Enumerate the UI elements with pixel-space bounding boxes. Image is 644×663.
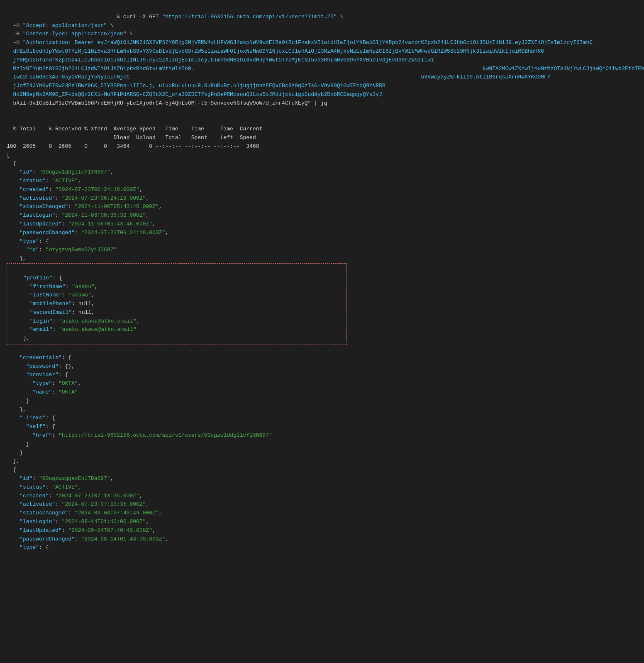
curl-auth2: dHBzOi8vdHJpYWwtOTYzMjE1Ni5va3RhLmNvbS9v… (7, 48, 544, 54)
user2-open-brace: { (7, 467, 16, 473)
credentials-provider-type: "type": "OKTA", (7, 380, 81, 387)
progress-header: % Total % Received % Xferd Average Speed… (7, 126, 262, 141)
profile-section: "profile": { "firstName": "asaku", "last… (10, 265, 343, 343)
credentials-open: "credentials": { (7, 355, 71, 361)
user2-created: "created": "2024-07-23T07:13:35.000Z", (7, 493, 143, 499)
credentials-section: "credentials": { "password": {}, "provid… (7, 345, 637, 552)
curl-line1: % curl -X GET "https://trial-9632156.okt… (7, 14, 343, 20)
user2-status-changed: "statusChanged": "2024-09-04T07:40:49.00… (7, 510, 162, 516)
curl-auth3: jYXRpb25fandrK2pzb24iLCJhbGciOiJSUzI1NiJ… (7, 57, 644, 63)
user1-last-login: "lastLogin": "2024-11-06T06:35:32.000Z", (7, 212, 149, 218)
user1-created: "created": "2024-07-23T06:24:18.000Z", (7, 186, 143, 193)
user1-close: }, (7, 458, 20, 464)
curl-line2: -H "Accept: application/json" \ (7, 22, 113, 29)
profile-mobilephone: "mobilePhone": null, (10, 301, 95, 307)
profile-close: }, (10, 335, 30, 341)
user1-last-updated: "lastUpdated": "2024-11-06T05:43:46.000Z… (7, 221, 156, 227)
credentials-provider-close: } (7, 398, 29, 404)
links-self-href: "href": "https://trial-9632156.okta.com/… (7, 432, 272, 438)
user1-type-id: "id": "otygzvq8wevO2y1J3697" (7, 247, 117, 253)
user1-type-open: "type": { (7, 238, 49, 245)
curl-auth5: Iwb2FsaGd6c3A5TGsyOVRacjY5NyIsInNjcC b3V… (7, 74, 551, 80)
curl-auth1: -H "Authorization: Bearer eyJraWQiOiJNN2… (7, 39, 593, 46)
user2-password-changed: "passwordChanged": "2024-08-14T01:43:00.… (7, 536, 168, 542)
user2-last-updated: "lastUpdated": "2024-09-04T07:40:49.000Z… (7, 527, 156, 533)
curl-line3: -H "Content-Type: application/json" \ (7, 31, 133, 37)
user1-status: "status": "ACTIVE", (7, 178, 81, 184)
links-close: } (7, 450, 23, 456)
profile-login: "login": "asaku.akawa@atko.email", (10, 318, 140, 324)
links-open: "_links": { (7, 415, 55, 421)
user1-activated: "activated": "2024-07-23T06:24:18.000Z", (7, 195, 149, 201)
profile-email: "email": "asaku.akawa@atko.email" (10, 326, 137, 333)
user1-id: "id": "00ugzw1ddgIlcY1XN697", (7, 169, 114, 175)
profile-lastname: "lastName": "akawa", (10, 292, 95, 298)
credentials-close: }, (7, 406, 26, 413)
credentials-password: "password": {}, (7, 363, 75, 369)
credentials-provider-open: "provider": { (7, 372, 68, 378)
json-open-brace: { (7, 160, 16, 166)
user2-id: "id": "00ugzwzgqaoEn1TDa697", (7, 475, 114, 482)
profile-highlighted-box: "profile": { "firstName": "asaku", "last… (7, 263, 347, 345)
curl-auth6: jJnfZ4JYh0yEI0w23PelBWY96K_57YBSPns-\III… (7, 83, 385, 89)
curl-auth8: bXil-9v1CpBIzM3zCYWBmb186PrdEWRjRU-yLc1X… (7, 100, 327, 106)
links-self-open: "self": { (7, 423, 55, 430)
profile-open: "profile": { (10, 275, 62, 281)
terminal-output: % curl -X GET "https://trial-9632156.okt… (7, 4, 637, 263)
user2-activated: "activated": "2024-07-23T07:13:35.000Z", (7, 501, 149, 507)
curl-auth7: Nd2M8egMx2AM9D_ZFkdsQQn2CX1-MuRFiPdARSQ-… (7, 91, 382, 98)
user1-password-changed: "passwordChanged": "2024-07-23T06:24:18.… (7, 230, 168, 236)
user2-status: "status": "ACTIVE", (7, 484, 81, 490)
json-open-bracket: [ (7, 152, 10, 158)
profile-secondemail: "secondEmail": null, (10, 309, 95, 316)
links-self-close: } (7, 441, 29, 447)
curl-auth4: MzIxNTYub2t0YS5jb20iLCJzdWIiOiJhZG1pbkBh… (7, 66, 644, 72)
progress-row: 100 2605 0 2605 0 0 3464 0 --:--:-- --:-… (7, 143, 259, 149)
credentials-provider-name: "name": "OKTA" (7, 389, 78, 395)
user1-status-changed: "statusChanged": "2024-11-06T05:43:46.00… (7, 203, 162, 210)
user2-type-open: "type": { (7, 544, 49, 550)
user1-type-close: }, (7, 255, 26, 262)
user2-last-login: "lastLogin": "2024-08-14T01:43:00.000Z", (7, 519, 149, 525)
profile-firstname: "firstName": "asaku", (10, 284, 98, 290)
